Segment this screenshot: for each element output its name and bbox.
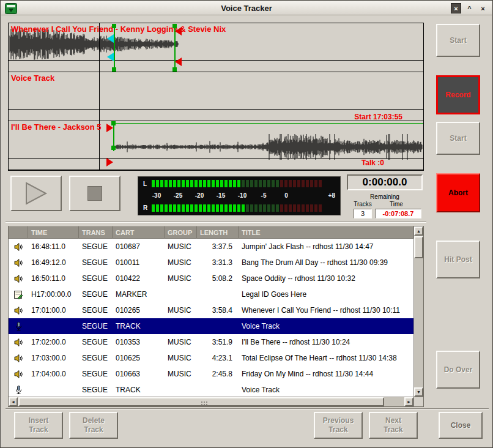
track1-segue-marker-icon[interactable] — [175, 27, 182, 35]
log-cell-cart: 010422 — [113, 274, 165, 283]
window-close-alt-icon[interactable]: × — [478, 3, 488, 13]
log-cell-group: MUSIC — [165, 258, 197, 267]
scroll-up-icon[interactable]: ▲ — [414, 226, 423, 236]
log-header-trans: TRANS — [79, 226, 113, 239]
log-row[interactable]: 16:49:12.0SEGUE010011MUSIC3:31.3Bang The… — [9, 255, 413, 271]
log-cell-length: 3:31.3 — [197, 258, 239, 267]
track3-segue-marker-icon[interactable] — [106, 158, 113, 166]
scroll-right-icon[interactable]: ► — [404, 397, 413, 406]
scroll-left-icon[interactable]: ◄ — [9, 397, 18, 406]
horizontal-scrollbar-thumb[interactable] — [18, 397, 384, 406]
log-row[interactable]: 16:48:11.0SEGUE010687MUSIC3:37.5Jumpin' … — [9, 239, 413, 255]
next-track-button[interactable]: Next Track — [369, 412, 418, 439]
log-cell-time: 16:49:12.0 — [28, 258, 79, 267]
start-button-bottom[interactable]: Start — [436, 122, 480, 155]
insert-track-label: Insert Track — [21, 416, 56, 435]
play-icon — [24, 181, 48, 206]
log-cell-title: Whenever I Call You Friend -- rdhost 11/… — [239, 306, 413, 315]
track1-fade-marker-icon[interactable] — [107, 53, 114, 61]
log-table: TIMETRANSCARTGROUPLENGTHTITLE 16:48:11.0… — [8, 226, 424, 407]
track2-divider-line — [9, 109, 423, 110]
log-cell-trans: SEGUE — [79, 338, 113, 346]
meter-scale-label: -10 — [234, 192, 250, 199]
log-cell-title: Total Eclipse Of The Heart -- rdhost 11/… — [239, 354, 413, 362]
start-button-top[interactable]: Start — [436, 24, 480, 57]
track1-fade-marker-icon[interactable] — [107, 34, 114, 43]
note-icon — [9, 290, 28, 299]
log-body: 16:48:11.0SEGUE010687MUSIC3:37.5Jumpin' … — [9, 239, 413, 397]
track1-start-marker-line[interactable] — [114, 24, 115, 71]
log-cell-time: 17:03:00.0 — [28, 354, 79, 362]
log-cell-cart: TRACK — [113, 322, 165, 330]
log-row[interactable]: 17:03:00.0SEGUE010625MUSIC4:23.1Total Ec… — [9, 350, 413, 366]
track1-marker-handle[interactable] — [112, 67, 116, 72]
log-cell-title: Voice Track — [239, 322, 413, 330]
log-cell-time: 17:01:00.0 — [28, 306, 79, 315]
vertical-scrollbar-thumb[interactable] — [414, 236, 423, 258]
do-over-button-label: Do Over — [444, 365, 473, 375]
delete-track-button[interactable]: Delete Track — [69, 412, 118, 439]
close-button-label: Close — [451, 421, 471, 430]
log-cell-cart: MARKER — [113, 290, 165, 299]
track1-marker-handle[interactable] — [172, 67, 177, 72]
do-over-button[interactable]: Do Over — [436, 351, 480, 389]
log-cell-cart: 010265 — [113, 306, 165, 315]
log-cell-cart: 010687 — [113, 242, 165, 251]
hit-post-button[interactable]: Hit Post — [436, 241, 480, 278]
log-cell-trans: SEGUE — [79, 322, 113, 330]
track3-talk-time-label: Talk :0 — [361, 159, 384, 167]
log-header-group: GROUP — [165, 226, 197, 239]
log-cell-cart: 010353 — [113, 338, 165, 346]
previous-track-button[interactable]: Previous Track — [314, 412, 363, 439]
track1-marker-handle[interactable] — [112, 24, 116, 28]
log-row[interactable]: 17:02:00.0SEGUE010353MUSIC3:51.9I'll Be … — [9, 334, 413, 350]
abort-button[interactable]: Abort — [436, 173, 480, 212]
window-close-icon[interactable]: × — [451, 3, 461, 13]
log-cell-group: MUSIC — [165, 274, 197, 283]
track3-segue-marker-icon[interactable] — [106, 124, 113, 132]
window-shade-icon[interactable]: ^ — [464, 3, 475, 13]
window-controls: × ^ × — [451, 2, 488, 14]
log-row[interactable]: 17:04:00.0SEGUE010663MUSIC2:45.8Friday O… — [9, 366, 413, 382]
log-cell-time: 16:48:11.0 — [28, 242, 79, 251]
log-cell-length: 3:51.9 — [197, 338, 239, 346]
record-button[interactable]: Record — [436, 75, 480, 114]
track1-segue-marker-icon[interactable] — [175, 58, 182, 66]
voice-tracker-window: Voice Tracker × ^ × Whenever I Call You … — [0, 0, 493, 448]
log-cell-length: 2:45.8 — [197, 370, 239, 378]
meter-scale-label: -15 — [213, 192, 229, 199]
meter-scale-label: -30 — [149, 192, 165, 199]
log-cell-title: I'll Be There -- rdhost 11/30 10:24 — [239, 338, 413, 346]
stop-button[interactable] — [69, 176, 120, 211]
log-cell-cart: 010625 — [113, 354, 165, 362]
track3-start-level-line — [113, 123, 423, 124]
close-button[interactable]: Close — [439, 412, 483, 439]
log-row[interactable]: H17:00:00.0SEGUEMARKERLegal ID Goes Here — [9, 286, 413, 302]
track3-title: I'll Be There - Jackson 5 — [11, 122, 102, 132]
delete-track-label: Delete Track — [76, 416, 111, 435]
track2-title: Voice Track — [11, 73, 54, 83]
log-row[interactable]: SEGUETRACKVoice Track — [9, 318, 413, 334]
log-row[interactable]: 17:01:00.0SEGUE010265MUSIC3:58.4Whenever… — [9, 302, 413, 318]
remaining-tracks-value: 3 — [354, 209, 372, 218]
speaker-icon — [9, 338, 28, 347]
play-button[interactable] — [10, 176, 62, 211]
scroll-down-icon[interactable]: ▼ — [414, 387, 423, 397]
titlebar: Voice Tracker × ^ × — [1, 1, 492, 15]
track3-marker-handle[interactable] — [111, 146, 116, 150]
meter-scale-label: -5 — [256, 192, 272, 199]
log-cell-trans: SEGUE — [79, 290, 113, 299]
log-row[interactable]: SEGUETRACKVoice Track — [9, 382, 413, 397]
speaker-icon — [9, 354, 28, 363]
log-row[interactable]: 16:50:11.0SEGUE010422MUSIC5:08.2Space Od… — [9, 271, 413, 286]
vertical-scrollbar[interactable]: ▲ ▼ — [413, 226, 423, 397]
horizontal-scrollbar[interactable]: ◄ ► — [9, 397, 413, 406]
log-cell-time: 17:02:00.0 — [28, 338, 79, 346]
remaining-tracks-label: Tracks — [347, 201, 379, 207]
log-cell-title: Bang The Drum All Day -- rdhost 11/30 09… — [239, 258, 413, 267]
record-button-label: Record — [445, 91, 470, 100]
remaining-time-value: -0:07:08.7 — [375, 209, 421, 218]
log-cell-trans: SEGUE — [79, 258, 113, 267]
start-button-top-label: Start — [450, 36, 466, 45]
insert-track-button[interactable]: Insert Track — [14, 412, 63, 439]
